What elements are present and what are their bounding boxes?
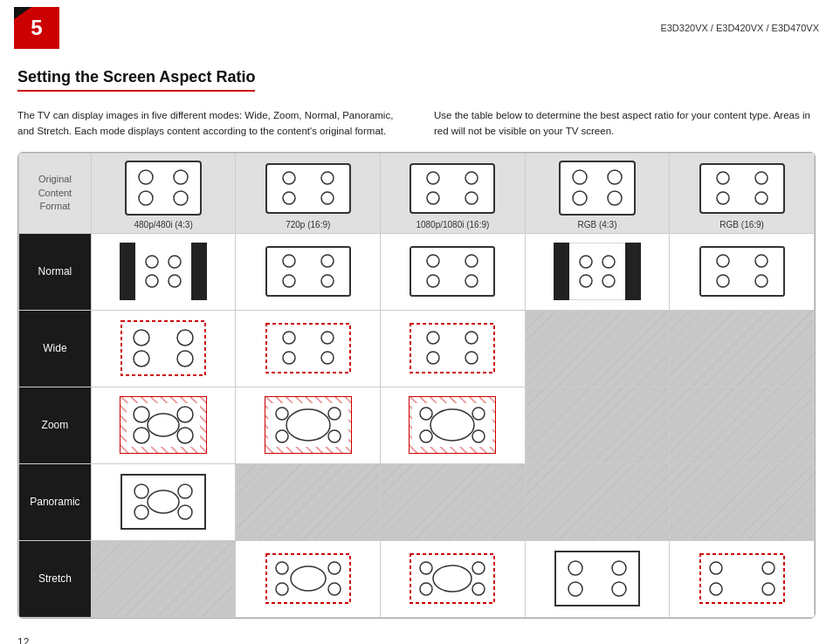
table-row-normal: Normal [19,233,815,310]
cell-wide-480 [91,310,236,387]
header-col-rgb169: RGB (16:9) [670,153,815,233]
svg-rect-8 [266,164,350,213]
svg-rect-68 [410,324,494,373]
page-number: 12 [17,636,29,644]
cell-panoramic-rgb43 [525,463,670,540]
svg-rect-58 [121,321,205,375]
svg-rect-47 [554,243,569,300]
aspect-table-container: OriginalContentFormat 480p/480i (4:3) [17,152,816,619]
svg-rect-18 [560,161,635,215]
cell-zoom-1080 [381,387,526,463]
header-col-480-label: 480p/480i (4:3) [95,220,232,230]
chapter-badge: 5 [14,7,59,49]
cell-wide-rgb43 [525,310,670,387]
header-col-rgb169-label: RGB (16:9) [673,220,810,230]
svg-rect-109 [410,554,494,603]
svg-rect-53 [700,247,784,296]
cell-normal-480 [91,233,236,310]
page-title-section: Setting the Screen Aspect Ratio [0,56,833,100]
svg-rect-3 [126,161,201,215]
svg-rect-30 [191,243,207,300]
header-col-720-label: 720p (16:9) [239,220,376,230]
cell-wide-rgb169 [670,310,815,387]
description-right: Use the table below to determine the bes… [434,107,816,140]
description-area: The TV can display images in five differ… [0,100,833,152]
cell-panoramic-rgb169 [670,463,815,540]
cell-stretch-1080 [381,540,526,617]
svg-rect-36 [266,247,350,296]
header-col-rgb43-label: RGB (4:3) [529,220,666,230]
svg-rect-97 [121,475,205,529]
mode-label-stretch: Stretch [19,540,92,617]
table-row-wide: Wide [19,310,815,387]
description-left: The TV can display images in five differ… [17,107,399,140]
svg-rect-48 [625,243,641,300]
header-col-1080-label: 1080p/1080i (16:9) [384,220,521,230]
cell-panoramic-480 [91,463,236,540]
cell-panoramic-1080 [381,463,526,540]
mode-label-zoom: Zoom [19,387,92,463]
cell-zoom-rgb169 [670,387,815,463]
header-col-1080: 1080p/1080i (16:9) [381,153,526,233]
table-header-row: OriginalContentFormat 480p/480i (4:3) [19,153,815,233]
svg-rect-23 [700,164,784,213]
cell-zoom-480 [91,387,236,463]
svg-rect-103 [266,554,350,603]
svg-rect-41 [410,247,494,296]
svg-rect-120 [700,554,784,603]
cell-normal-1080 [381,233,526,310]
cell-normal-rgb169 [670,233,815,310]
page-header: 5 E3D320VX / E3D420VX / E3D470VX [0,0,833,56]
mode-label-wide: Wide [19,310,92,387]
cell-wide-720 [236,310,381,387]
svg-rect-29 [120,243,135,300]
table-row-panoramic: Panoramic [19,463,815,540]
mode-label-panoramic: Panoramic [19,463,92,540]
cell-normal-720 [236,233,381,310]
cell-wide-1080 [381,310,526,387]
cell-zoom-720 [236,387,381,463]
cell-stretch-rgb169 [670,540,815,617]
svg-rect-13 [410,164,494,213]
header-label: OriginalContentFormat [19,153,92,233]
svg-rect-75 [127,403,200,447]
svg-rect-31 [135,243,191,300]
header-col-480: 480p/480i (4:3) [91,153,236,233]
cell-stretch-480 [91,540,236,617]
page-title: Setting the Screen Aspect Ratio [17,68,255,92]
model-info: E3D320VX / E3D420VX / E3D470VX [660,23,819,33]
aspect-table: OriginalContentFormat 480p/480i (4:3) [18,153,815,618]
cell-normal-rgb43 [525,233,670,310]
cell-zoom-rgb43 [525,387,670,463]
cell-panoramic-720 [236,463,381,540]
page-footer: 12 [0,633,833,644]
header-col-720: 720p (16:9) [236,153,381,233]
cell-stretch-rgb43 [525,540,670,617]
table-row-stretch: Stretch [19,540,815,617]
cell-stretch-720 [236,540,381,617]
header-col-rgb43: RGB (4:3) [525,153,670,233]
mode-label-normal: Normal [19,233,92,310]
svg-rect-63 [266,324,350,373]
chapter-number: 5 [14,7,59,49]
svg-rect-115 [555,552,639,606]
table-row-zoom: Zoom [19,387,815,463]
